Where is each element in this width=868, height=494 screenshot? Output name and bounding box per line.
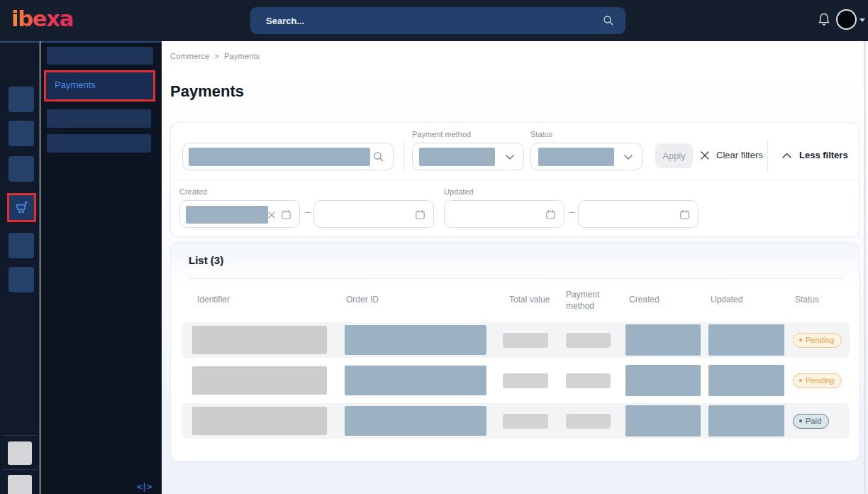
redacted-created-cell: [625, 405, 701, 437]
avatar-caret-icon[interactable]: [859, 18, 865, 22]
status-dot-icon: [799, 419, 802, 422]
cart-icon: [13, 199, 30, 216]
calendar-icon[interactable]: [679, 209, 690, 220]
rail-bottom-item-1[interactable]: [8, 441, 32, 465]
redacted-status-value: [538, 148, 614, 166]
calendar-icon[interactable]: [281, 209, 291, 220]
redacted-updated-cell: [708, 405, 784, 437]
chevron-up-icon: [782, 153, 791, 158]
chevron-down-icon: [624, 155, 633, 160]
created-to-input[interactable]: [313, 200, 434, 228]
chevron-down-icon: [506, 155, 514, 160]
filter-search-input[interactable]: [182, 143, 394, 170]
table-header-row: Identifier Order ID Total value Payment …: [171, 286, 859, 314]
redacted-updated-cell: [708, 365, 784, 396]
scrollbar[interactable]: [864, 41, 866, 494]
table-row[interactable]: Paid: [182, 403, 850, 439]
breadcrumb-item-payments[interactable]: Payments: [224, 52, 260, 60]
status-badge: Pending: [793, 333, 842, 348]
rail-item-5[interactable]: [9, 233, 34, 258]
page-title: Payments: [170, 82, 244, 101]
breadcrumb: Commerce>Payments: [170, 52, 260, 60]
rail-item-1[interactable]: [9, 87, 34, 112]
menu-item-payments-active[interactable]: Payments: [44, 70, 155, 101]
redacted-payment-method-value: [419, 148, 495, 166]
global-search: [250, 7, 625, 34]
redacted-created-from-value: [186, 206, 268, 224]
created-label: Created: [179, 187, 207, 196]
breadcrumb-separator: >: [214, 52, 219, 60]
apply-button[interactable]: Apply: [655, 143, 693, 168]
global-search-input[interactable]: [250, 7, 625, 34]
created-from-input[interactable]: [179, 200, 300, 228]
column-header-identifier: Identifier: [197, 295, 230, 304]
filter-divider: [767, 140, 768, 172]
menu-panel: Payments <|>: [40, 41, 162, 494]
rail-bottom-item-2[interactable]: [8, 475, 32, 494]
redacted-created-cell: [625, 365, 701, 396]
clear-filters-button[interactable]: Clear filters: [700, 150, 763, 160]
payment-method-label: Payment method: [412, 130, 471, 138]
updated-from-input[interactable]: [444, 200, 564, 228]
rail-item-commerce-active[interactable]: [7, 193, 36, 222]
redacted-identifier-cell: [192, 366, 327, 395]
column-header-payment-method: Payment method: [566, 289, 610, 312]
calendar-icon[interactable]: [545, 209, 556, 220]
status-badge-label: Pending: [806, 336, 834, 344]
clear-date-icon[interactable]: [268, 212, 275, 219]
status-dot-icon: [799, 379, 802, 382]
filter-divider: [404, 140, 404, 172]
status-badge: Paid: [793, 414, 829, 429]
rail-divider: [2, 469, 37, 470]
filters-row-divider: [171, 179, 859, 180]
list-card: List (3) Identifier Order ID Total value…: [170, 241, 859, 461]
rail-item-6[interactable]: [9, 267, 34, 292]
application-window: ibexa: [0, 0, 868, 494]
topbar: ibexa: [0, 0, 868, 41]
updated-to-input[interactable]: [578, 200, 699, 228]
menu-item-placeholder-2[interactable]: [47, 109, 151, 128]
menu-item-placeholder-1[interactable]: [47, 47, 153, 65]
redacted-order-id-cell: [345, 406, 486, 436]
table-row[interactable]: Pending: [182, 322, 850, 358]
panel-resize-handle[interactable]: <|>: [137, 481, 151, 492]
search-icon: [373, 151, 384, 163]
calendar-icon[interactable]: [415, 209, 425, 220]
list-divider: [189, 278, 842, 279]
search-icon: [603, 15, 614, 26]
table-row[interactable]: Pending: [182, 363, 850, 398]
redacted-updated-cell: [708, 324, 784, 356]
redacted-identifier-cell: [192, 326, 327, 354]
range-dash: –: [305, 206, 311, 217]
menu-item-placeholder-3[interactable]: [47, 134, 151, 153]
user-avatar[interactable]: [836, 9, 857, 30]
column-header-status: Status: [795, 295, 819, 304]
redacted-created-cell: [625, 324, 701, 356]
column-header-created: Created: [629, 295, 660, 304]
status-select[interactable]: [530, 143, 642, 170]
status-badge-label: Paid: [806, 417, 821, 425]
range-dash: –: [569, 206, 575, 217]
notifications-bell-icon[interactable]: [817, 12, 831, 28]
payment-method-select[interactable]: [412, 143, 524, 170]
rail-divider: [2, 435, 37, 436]
status-dot-icon: [799, 339, 802, 341]
column-header-updated: Updated: [711, 295, 742, 304]
redacted-total-value-cell: [503, 414, 548, 429]
rail-item-2[interactable]: [9, 121, 34, 146]
filters-card: Payment method Status Apply Clear filter…: [170, 122, 859, 237]
redacted-payment-method-cell: [566, 333, 611, 348]
redacted-search-value: [189, 148, 370, 166]
less-filters-button[interactable]: Less filters: [782, 150, 848, 160]
status-badge-label: Pending: [806, 376, 834, 385]
column-header-total-value: Total value: [509, 295, 550, 304]
redacted-payment-method-cell: [566, 414, 611, 429]
breadcrumb-item-commerce[interactable]: Commerce: [170, 52, 209, 60]
redacted-total-value-cell: [503, 333, 548, 348]
redacted-payment-method-cell: [566, 373, 611, 388]
menu-item-payments-label: Payments: [46, 72, 153, 90]
column-header-order-id: Order ID: [346, 295, 379, 304]
rail-item-3[interactable]: [9, 156, 34, 182]
updated-label: Updated: [444, 187, 474, 196]
ibexa-logo[interactable]: ibexa: [11, 6, 73, 31]
